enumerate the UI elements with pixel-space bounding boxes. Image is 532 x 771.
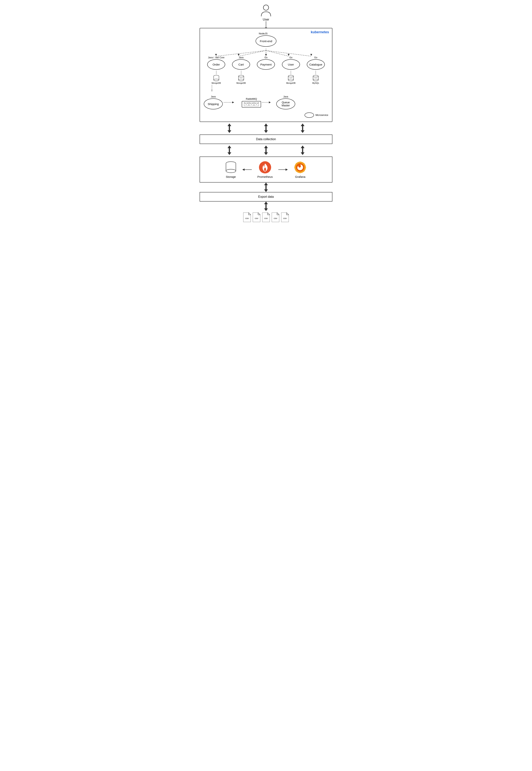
grafana-col: Grafana (294, 161, 307, 178)
svg-rect-51 (265, 126, 267, 130)
order-to-shipping-arrow (204, 85, 328, 91)
svg-text:CSV: CSV (264, 218, 268, 220)
double-arrow-storage-export (263, 182, 269, 192)
csv-file-5: CSV (281, 213, 289, 222)
double-arrow-3 (300, 123, 305, 133)
svg-text:CSV: CSV (255, 218, 258, 220)
csv-file-3: CSV (262, 213, 270, 222)
double-arrow-export-csv (263, 202, 269, 211)
user-section: User (260, 4, 272, 21)
double-arrows-row-2 (200, 145, 332, 155)
svg-marker-7 (238, 54, 240, 56)
svg-marker-10 (310, 54, 312, 56)
svg-text:CSV: CSV (274, 218, 277, 220)
svg-point-21 (238, 79, 244, 81)
svg-marker-62 (301, 145, 305, 148)
catalogue-db: MySQL (312, 71, 319, 84)
svg-marker-90 (264, 209, 268, 211)
payment-ellipse: Payment (257, 59, 275, 70)
mysql-icon-catalogue (313, 75, 319, 81)
prometheus-col: Prometheus (257, 161, 273, 178)
svg-rect-54 (302, 126, 303, 130)
cart-db: MongoDB (236, 71, 246, 84)
csv-file-2: CSV (253, 213, 260, 222)
microservice-legend: Microservice (204, 112, 328, 118)
svg-point-69 (226, 169, 236, 173)
service-user: Go User MongoDB (282, 56, 300, 84)
svg-point-28 (313, 75, 318, 77)
svg-marker-52 (264, 130, 268, 133)
user-ellipse: User (282, 59, 300, 70)
order-db: MongoDB (212, 71, 221, 84)
svg-marker-53 (301, 123, 305, 126)
kubernetes-box: kubernetes NodeJS Front-end (200, 28, 332, 122)
csv-file-4: CSV (272, 213, 279, 222)
legend-microservice-ellipse (305, 112, 314, 118)
shipping-ellipse: Shipping (204, 98, 223, 109)
csv-icon-1: CSV (243, 213, 251, 222)
diagram-container: User kubernetes NodeJS Front-end (200, 4, 332, 222)
mongodb-icon-cart (238, 75, 244, 81)
nodejs-label: NodeJS (259, 32, 268, 35)
svg-marker-49 (227, 130, 231, 133)
order-ellipse: Order (207, 59, 225, 70)
svg-marker-59 (264, 145, 268, 148)
double-arrow-2 (263, 123, 269, 133)
queuemaster-section: Java QueueMaster (276, 95, 295, 109)
rabbitmq-icon (242, 101, 261, 107)
shipping-section: Java Shipping (204, 95, 223, 109)
svg-marker-6 (215, 54, 217, 56)
svg-point-16 (214, 79, 219, 81)
services-row: Java / .Net Core Order MongoDB (204, 56, 328, 84)
service-catalogue: Go Catalogue MySQL (307, 56, 325, 84)
svg-point-18 (238, 75, 244, 77)
user-to-frontend-arrow (266, 21, 266, 28)
svg-line-2 (216, 50, 266, 56)
rabbitmq-to-queuemaster-arrow (262, 100, 272, 104)
svg-text:CSV: CSV (245, 218, 249, 220)
export-to-csv-arrows (200, 202, 332, 211)
rabbitmq-section: RabbitMQ (242, 97, 261, 107)
prometheus-to-storage-arrow (242, 168, 252, 171)
svg-line-3 (239, 50, 266, 56)
csv-icon-5: CSV (281, 213, 289, 222)
svg-marker-9 (288, 54, 290, 56)
svg-point-26 (288, 79, 294, 81)
svg-marker-88 (264, 202, 268, 204)
double-arrow-5 (263, 145, 269, 155)
queuemaster-ellipse: QueueMaster (276, 98, 295, 109)
catalogue-ellipse: Catalogue (307, 59, 325, 70)
svg-marker-47 (227, 123, 231, 126)
frontend-ellipse: Front-end (256, 35, 276, 47)
svg-rect-57 (229, 148, 230, 152)
service-order: Java / .Net Core Order MongoDB (207, 56, 225, 84)
svg-marker-61 (264, 152, 268, 155)
svg-marker-46 (269, 101, 271, 103)
svg-rect-60 (265, 148, 267, 152)
svg-point-31 (313, 79, 318, 81)
svg-marker-50 (264, 123, 268, 126)
csv-icon-4: CSV (272, 213, 279, 222)
kubernetes-label: kubernetes (311, 30, 329, 34)
csv-files-row: CSV CSV CSV CSV (243, 213, 289, 222)
svg-point-23 (288, 75, 294, 77)
storage-icon (225, 161, 237, 174)
data-collection-box: Data collection (200, 134, 332, 144)
shipping-row: Java Shipping RabbitMQ (204, 95, 328, 109)
svg-line-4 (266, 50, 289, 56)
svg-marker-55 (301, 130, 305, 133)
user-db: MongoDB (286, 71, 296, 84)
cart-ellipse: Cart (232, 59, 250, 70)
svg-marker-56 (227, 145, 231, 148)
frontend-connections (204, 49, 328, 56)
svg-text:CSV: CSV (283, 218, 287, 220)
svg-rect-48 (229, 126, 230, 130)
export-data-box: Export data (200, 192, 332, 202)
double-arrows-row-1 (200, 123, 332, 133)
svg-marker-33 (212, 90, 212, 91)
double-arrow-1 (227, 123, 232, 133)
svg-point-0 (263, 5, 269, 10)
grafana-icon (294, 161, 307, 174)
svg-marker-35 (232, 101, 234, 103)
double-arrow-4 (227, 145, 232, 155)
